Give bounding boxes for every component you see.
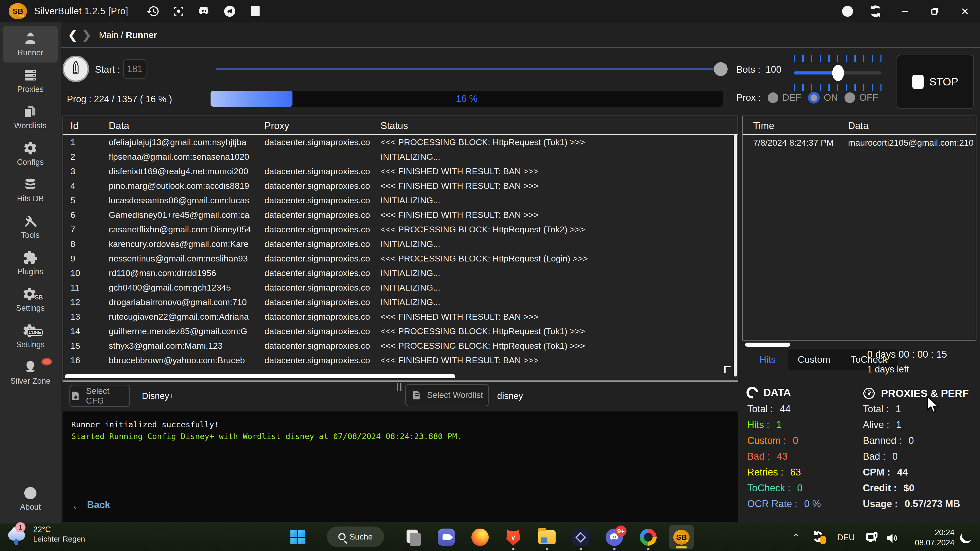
file-explorer-button[interactable] — [537, 527, 557, 548]
sidebar-item-silver-zone[interactable]: Silver Zone — [3, 354, 58, 391]
bots-slider[interactable] — [794, 55, 881, 91]
table-row[interactable]: 11 gch0400@gmail.com:gch12345 datacenter… — [63, 280, 738, 295]
hits-horizontal-scrollbar[interactable] — [745, 343, 790, 347]
table-row[interactable]: 14 guilherme.mendez85@gmail.com:G datace… — [63, 324, 738, 338]
table-row[interactable]: 1 ofeliajulajuj13@gmail.com:nsyhjtjba da… — [63, 135, 738, 149]
minimize-button[interactable] — [890, 0, 920, 22]
bots-slider-thumb[interactable] — [832, 65, 844, 81]
table-row[interactable]: 7 casanetflixhn@gmail.com:Disney054 data… — [63, 222, 738, 237]
firefox-button[interactable] — [470, 527, 490, 548]
sidebar-item-hits-db[interactable]: Hits DB — [3, 172, 58, 208]
resize-grip-icon[interactable] — [724, 366, 731, 373]
col-data[interactable]: Data — [109, 121, 264, 131]
taskbar-clock[interactable]: 20:24 08.07.2024 — [904, 527, 955, 548]
tab-hits[interactable]: Hits — [748, 354, 788, 365]
table-row[interactable]: 13 rutecugiaven22@gmail.com:Adriana data… — [63, 310, 738, 324]
back-button[interactable]: ← Back — [71, 498, 110, 512]
sidebar-item-tools[interactable]: Tools — [3, 208, 58, 245]
network-icon[interactable] — [865, 531, 879, 546]
silverbullet-taskbar-button[interactable]: SBPRO — [669, 525, 694, 549]
table-row[interactable]: 9 nessentinus@gmail.com:neslihan93 datac… — [63, 251, 738, 266]
table-row[interactable]: 2 flpsenaa@gmail.com:senasena1020 INITIA… — [63, 149, 738, 164]
chrome-button[interactable] — [638, 527, 659, 548]
cell-data: bbrucebbrown@yahoo.com:Bruceb — [109, 353, 264, 368]
prox-off-label[interactable]: OFF — [859, 92, 878, 103]
weather-widget[interactable]: 1 22°C Leichter Regen — [6, 525, 85, 543]
tray-expand-icon[interactable]: ⌃ — [792, 532, 800, 542]
close-button[interactable] — [950, 0, 980, 22]
globe-icon[interactable] — [834, 0, 862, 22]
discord-icon[interactable] — [197, 4, 211, 18]
video-app-button[interactable] — [436, 527, 457, 548]
chrome-icon — [640, 529, 657, 546]
start-slider[interactable] — [216, 68, 724, 70]
night-mode-icon[interactable] — [959, 530, 973, 545]
sidebar-item-settings-sb[interactable]: SB Settings — [3, 281, 58, 318]
start-input[interactable]: 181 — [123, 59, 146, 79]
table-row[interactable]: 5 lucasdossantos06@gmail.com:lucas datac… — [63, 193, 738, 208]
splitter-handle[interactable] — [397, 383, 401, 391]
table-row[interactable]: 15 sthyx3@gmail.com:Mami.123 datacenter.… — [63, 338, 738, 353]
sidebar-item-plugins[interactable]: Plugins — [3, 245, 58, 281]
start-menu-button[interactable] — [287, 527, 308, 548]
col-status[interactable]: Status — [380, 121, 738, 131]
start-bullet-button[interactable] — [62, 56, 89, 82]
nav-back-icon[interactable]: ❮ — [68, 28, 77, 41]
update-sync-icon[interactable] — [811, 530, 826, 545]
stat-row: Usage : 0.57/273 MB — [863, 499, 960, 514]
vertical-scrollbar[interactable] — [734, 134, 737, 376]
start-slider-thumb[interactable] — [714, 62, 728, 76]
tab-custom[interactable]: Custom — [788, 354, 840, 365]
nav-forward-icon[interactable]: ❯ — [82, 28, 91, 41]
volume-icon[interactable] — [885, 532, 898, 546]
sync-icon[interactable] — [862, 0, 890, 22]
col-proxy[interactable]: Proxy — [264, 121, 380, 131]
prox-def-label[interactable]: DEF — [783, 92, 801, 103]
table-row[interactable]: 10 rd110@msn.com:drrdd1956 datacenter.si… — [63, 266, 738, 280]
stop-button[interactable]: STOP — [897, 55, 974, 109]
news-icon[interactable] — [248, 4, 262, 18]
restore-button[interactable] — [920, 0, 950, 22]
table-row[interactable]: 3 disfenixtt169@realg4.net:monroi200 dat… — [63, 164, 738, 179]
select-wordlist-button[interactable]: Select Wordlist — [405, 384, 489, 407]
table-row[interactable]: 6 Gamedisney01+re45@gmail.com:ca datacen… — [63, 208, 738, 222]
sidebar-item-label: Hits DB — [17, 194, 44, 203]
firefox-icon — [471, 529, 489, 546]
capture-icon[interactable] — [172, 4, 186, 18]
telegram-icon[interactable] — [223, 4, 237, 18]
select-cfg-label: Select CFG — [86, 386, 129, 406]
table-row[interactable]: 8 karencury.ordovas@gmail.com:Kare datac… — [63, 237, 738, 251]
horizontal-scrollbar[interactable] — [65, 374, 455, 378]
runner-table-header: Id Data Proxy Status — [63, 116, 738, 135]
sidebar-item-wordlists[interactable]: Wordlists — [3, 99, 58, 135]
cell-data: karencury.ordovas@gmail.com:Kare — [109, 237, 264, 251]
prox-on-label[interactable]: ON — [824, 92, 838, 103]
sidebar-item-configs[interactable]: Configs — [3, 135, 58, 172]
col-time[interactable]: Time — [753, 121, 848, 131]
prox-off-radio[interactable] — [845, 92, 855, 103]
table-row[interactable]: 16 bbrucebbrown@yahoo.com:Bruceb datacen… — [63, 353, 738, 368]
bots-slider-track[interactable] — [794, 71, 881, 75]
panel-splitter[interactable] — [62, 381, 738, 382]
taskbar-search[interactable]: Suche — [327, 527, 384, 547]
runner-log[interactable]: Runner initialized succesfully!Started R… — [62, 411, 738, 522]
brave-button[interactable]: ∨ — [503, 527, 523, 548]
sidebar-item-runner[interactable]: Runner — [3, 26, 58, 62]
sidebar-item-proxies[interactable]: Proxies — [3, 62, 58, 99]
col-id[interactable]: Id — [70, 121, 109, 131]
task-view-button[interactable] — [403, 527, 423, 548]
keyboard-language[interactable]: DEU — [837, 533, 855, 542]
select-cfg-button[interactable]: Select CFG — [69, 385, 130, 407]
sidebar-item-label: About — [20, 503, 41, 512]
sidebar-item-about[interactable]: About — [3, 480, 58, 517]
col-hit-data[interactable]: Data — [848, 121, 976, 131]
table-row[interactable]: 4 pino.marg@outlook.com:accdis8819 datac… — [63, 179, 738, 193]
table-row[interactable]: 7/8/2024 8:24:37 PM maurocorti2105@gmail… — [743, 135, 976, 150]
prox-on-radio[interactable] — [808, 92, 820, 103]
history-icon[interactable] — [146, 4, 160, 18]
discord-taskbar-button[interactable]: 9+ — [604, 527, 625, 548]
prox-def-radio[interactable] — [768, 92, 778, 103]
table-row[interactable]: 12 drogariabairronovo@gmail.com:710 data… — [63, 295, 738, 310]
diamond-app-button[interactable] — [570, 527, 591, 548]
sidebar-item-settings-core[interactable]: CORE Settings — [3, 318, 58, 354]
